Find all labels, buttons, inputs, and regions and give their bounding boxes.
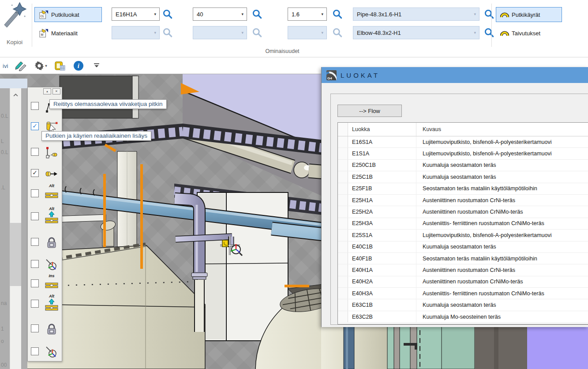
chevron-down-icon[interactable]: ▾ [320, 12, 325, 16]
cell-class-code: E250C1B [348, 162, 416, 168]
tool-checkbox[interactable] [31, 102, 39, 110]
tool-checkbox[interactable] [31, 324, 39, 332]
row-selector[interactable] [338, 276, 348, 287]
pipe-size-combobox[interactable]: 40 ▾ [193, 8, 247, 21]
table-row[interactable]: E25F1BSeostamaton teräs mataliin käyttöl… [338, 183, 588, 195]
table-row[interactable]: E1S1ALujitemuoviputkisto, bisfenoli-A-po… [338, 148, 588, 159]
row-selector[interactable] [338, 195, 348, 206]
tool-checkbox[interactable] [31, 300, 39, 308]
pipe-class-combobox[interactable]: E16H1A ▾ [112, 8, 160, 21]
table-row[interactable]: E25C1BKuumaluja seostamaton teräs [338, 171, 588, 183]
tool-checkbox[interactable] [31, 260, 39, 268]
row-selector[interactable] [338, 253, 348, 264]
spec-table-icon[interactable] [54, 60, 67, 72]
tool-checkbox[interactable] [31, 279, 39, 287]
elbow-route-icon[interactable] [45, 146, 59, 160]
table-row[interactable]: E63C2BKuumaluja Mo-seosteinen teräs [338, 311, 588, 323]
search-icon[interactable] [483, 8, 495, 20]
edit-pencils-icon[interactable] [15, 60, 27, 72]
chevron-down-icon[interactable]: ▾ [472, 30, 477, 35]
copy-button-label[interactable]: Kopioi [0, 39, 29, 45]
palette-tool-row [30, 320, 61, 338]
row-selector[interactable] [338, 299, 348, 310]
row-selector[interactable] [338, 288, 348, 299]
axis-icon[interactable] [45, 258, 59, 272]
column-header-kuvaus[interactable]: Kuvaus [416, 123, 588, 136]
scrollbar-up-icon[interactable] [10, 91, 21, 99]
palette-collapse-icon[interactable]: ▴ [43, 88, 51, 94]
tool-checkbox[interactable] [31, 148, 39, 156]
materials-button[interactable]: M Materiaalit [34, 26, 102, 41]
search-icon-disabled [162, 27, 173, 38]
search-icon[interactable] [251, 8, 263, 20]
table-row[interactable]: E25H2AAusteniittinen ruostumaton CrNiMo-… [338, 206, 588, 218]
palette-close-icon[interactable]: ✕ [52, 88, 60, 94]
row-selector[interactable] [338, 206, 348, 217]
pipe-bends-button[interactable]: Putkikäyrät [496, 7, 562, 22]
elbow-part-combobox[interactable]: Elbow-48.3x2-H1 ▾ [353, 26, 479, 39]
tree-item-label: na [1, 300, 7, 306]
row-selector[interactable] [338, 171, 348, 182]
magic-wand-icon[interactable] [3, 2, 26, 28]
tool-checkbox[interactable] [31, 347, 39, 355]
pipe-insert-icon[interactable] [45, 298, 59, 312]
column-header-luokka[interactable]: Luokka [348, 126, 416, 132]
chevron-down-icon[interactable]: ▾ [240, 12, 245, 16]
ribbon-properties-group: Kopioi CL Putkiluokat M Materiaalit E16H… [0, 0, 588, 57]
scrollbar-thumb[interactable] [10, 223, 21, 286]
pipe-classes-button[interactable]: CL Putkiluokat [34, 7, 102, 22]
row-selector[interactable] [338, 183, 348, 194]
table-row[interactable]: E25S1ALujitemuoviputkisto, bisfenoli-A-p… [338, 230, 588, 241]
row-selector[interactable] [338, 241, 348, 252]
pipe-direction-icon[interactable] [45, 167, 59, 181]
pipe-connect-icon[interactable] [45, 188, 59, 202]
tree-item-label: L [1, 138, 4, 144]
row-selector[interactable] [338, 136, 348, 147]
tool-checkbox[interactable]: ✓ [31, 122, 39, 130]
row-selector[interactable] [338, 264, 348, 275]
tool-checkbox[interactable] [31, 212, 39, 220]
search-icon[interactable] [483, 27, 495, 38]
flow-button[interactable]: --> Flow [337, 105, 402, 117]
info-icon[interactable]: i [74, 61, 83, 71]
pipe-part-combobox[interactable]: Pipe-48.3x1.6-H1 ▾ [353, 8, 479, 21]
palette-tool-row: Ins [30, 275, 61, 293]
tool-checkbox[interactable] [31, 189, 39, 197]
row-selector[interactable] [338, 160, 348, 171]
cell-description: Kuumaluja seostamaton teräs [416, 241, 588, 252]
palette-tool-row: Alt [30, 185, 61, 203]
settings-gear-button[interactable]: ▾ [34, 61, 47, 71]
tool-checkbox[interactable]: ✓ [31, 169, 39, 177]
collapse-toolbar-icon[interactable] [90, 60, 103, 72]
table-row[interactable]: E40H1AAusteniittinen ruostumaton CrNi-te… [338, 264, 588, 276]
cell-description: Kuumaluja seostamaton teräs [416, 299, 588, 310]
table-row[interactable]: E63C1BKuumaluja seostamaton teräs [338, 299, 588, 311]
table-row[interactable]: E25H1AAusteniittinen ruostumaton CrNi-te… [338, 195, 588, 206]
table-header-row: Luokka Kuvaus [338, 123, 588, 136]
row-selector[interactable] [338, 311, 348, 322]
search-icon[interactable] [332, 8, 343, 20]
wall-thickness-combobox[interactable]: 1.6 ▾ [288, 8, 327, 21]
lock-icon[interactable] [45, 236, 59, 250]
table-row[interactable]: E40C1BKuumaluja seostamaton teräs [338, 241, 588, 253]
row-selector[interactable] [338, 148, 348, 159]
pipe-connect-icon[interactable] [45, 278, 59, 292]
lock-icon[interactable] [45, 323, 59, 337]
table-row[interactable]: E40H3AAusteniittis- ferriittinen ruostum… [338, 288, 588, 299]
pipe-insert-icon[interactable] [45, 211, 59, 225]
tool-checkbox[interactable] [31, 238, 39, 246]
table-row[interactable]: E25H3AAusteniittis- ferriittinen ruostum… [338, 218, 588, 230]
table-row[interactable]: E16S1ALujitemuoviputkisto, bisfenoli-A-p… [338, 136, 588, 148]
bendings-button[interactable]: Taivutukset [496, 26, 562, 41]
chevron-down-icon: ▾ [153, 30, 157, 35]
search-icon[interactable] [162, 8, 173, 20]
axis-icon[interactable] [45, 346, 59, 360]
row-selector[interactable] [338, 218, 348, 229]
table-row[interactable]: E40F1BSeostamaton teräs mataliin käyttöl… [338, 253, 588, 264]
chevron-down-icon[interactable]: ▾ [472, 12, 477, 16]
chevron-down-icon[interactable]: ▾ [153, 12, 157, 16]
dialog-titlebar[interactable]: G4 LUOKAT [322, 67, 588, 83]
table-row[interactable]: E250C1BKuumaluja seostamaton teräs [338, 160, 588, 171]
row-selector[interactable] [338, 230, 348, 241]
table-row[interactable]: E40H2AAusteniittinen ruostumaton CrNiMo-… [338, 276, 588, 288]
